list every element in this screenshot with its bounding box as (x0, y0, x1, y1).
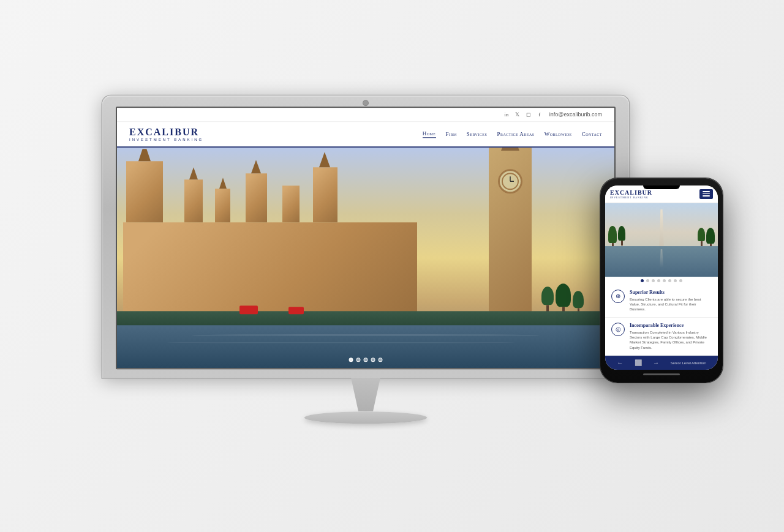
mid-tower-4 (282, 185, 300, 222)
red-bus-2 (288, 307, 304, 314)
superior-results-icon: ⊕ (611, 290, 625, 303)
mid-tower-3 (246, 173, 267, 222)
email-address: info@excaliburib.com (549, 111, 602, 118)
social-icons: in 𝕏 ◻ f (503, 111, 543, 118)
phone-dot-5[interactable] (663, 279, 666, 282)
hero-slide-indicators (349, 358, 383, 362)
incomparable-experience-text: Incomparable Experience Transaction Comp… (630, 323, 712, 351)
scene: in 𝕏 ◻ f info@excaliburib.com EXCALIBUR … (0, 0, 784, 532)
hamburger-line-2 (703, 193, 710, 195)
phone-feature-2: ◎ Incomparable Experience Transaction Co… (605, 318, 718, 356)
site-navbar: EXCALIBUR INVESTMENT BANKING Home Firm S… (117, 122, 614, 148)
monitor-frame: in 𝕏 ◻ f info@excaliburib.com EXCALIBUR … (102, 96, 629, 378)
nav-firm[interactable]: Firm (446, 131, 457, 137)
nav-worldwide[interactable]: Worldwide (545, 131, 572, 137)
phone-dot-1[interactable] (641, 279, 644, 282)
phone-menu-button[interactable] (699, 189, 713, 199)
phone-dot-4[interactable] (657, 279, 660, 282)
monitor-stand-neck (341, 378, 390, 411)
phone-carousel-dots (605, 277, 718, 285)
phone-screen: EXCALIBUR INVESTMENT BANKING (605, 185, 718, 370)
parliament-main (123, 222, 417, 314)
superior-results-desc: Ensuring Clients are able to secure the … (630, 297, 712, 312)
phone-home-indicator (643, 373, 680, 375)
phone-logo-text: EXCALIBUR (610, 189, 652, 196)
hamburger-icon (703, 191, 710, 197)
phone-notch (643, 185, 680, 189)
mid-tower-5 (313, 167, 337, 222)
phone-dot-6[interactable] (668, 279, 671, 282)
monitor-screen: in 𝕏 ◻ f info@excaliburib.com EXCALIBUR … (116, 107, 616, 369)
site-logo: EXCALIBUR INVESTMENT BANKING (129, 127, 203, 141)
instagram-icon[interactable]: ◻ (525, 111, 532, 118)
monument-reflection (660, 249, 663, 268)
site-topbar: in 𝕏 ◻ f info@excaliburib.com (117, 108, 614, 122)
phone-logo: EXCALIBUR INVESTMENT BANKING (610, 189, 652, 199)
desktop-monitor: in 𝕏 ◻ f info@excaliburib.com EXCALIBUR … (102, 96, 629, 424)
phone-logo-sub: INVESTMENT BANKING (610, 196, 652, 199)
mid-spire-5 (319, 152, 330, 167)
slide-dot-2[interactable] (356, 358, 361, 362)
phone-dot-3[interactable] (652, 279, 655, 282)
phone-feature-1: ⊕ Superior Results Ensuring Clients are … (605, 285, 718, 318)
nav-services[interactable]: Services (467, 131, 488, 137)
nav-contact[interactable]: Contact (582, 131, 602, 137)
superior-results-text: Superior Results Ensuring Clients are ab… (630, 290, 712, 312)
superior-results-title: Superior Results (630, 290, 712, 295)
incomparable-experience-icon: ◎ (611, 323, 625, 336)
website-desktop: in 𝕏 ◻ f info@excaliburib.com EXCALIBUR … (117, 108, 614, 368)
monitor-stand-base (304, 411, 427, 424)
victoria-spire (138, 149, 151, 161)
slide-dot-3[interactable] (364, 358, 368, 362)
mid-tower-2 (215, 189, 230, 222)
forward-arrow-icon[interactable]: → (653, 359, 659, 366)
mid-tower-1 (184, 179, 203, 222)
phone-dot-2[interactable] (646, 279, 649, 282)
slide-dot-5[interactable] (379, 358, 383, 362)
linkedin-icon[interactable]: in (503, 111, 510, 118)
logo-text: EXCALIBUR (129, 127, 203, 138)
phone-frame: EXCALIBUR INVESTMENT BANKING (600, 178, 723, 383)
bottom-bar-label: Senior Level Attention (670, 361, 706, 365)
site-navigation: Home Firm Services Practice Areas Worldw… (423, 130, 602, 138)
mid-spire-3 (251, 160, 261, 173)
hamburger-line-1 (703, 191, 710, 192)
nav-practice-areas[interactable]: Practice Areas (497, 131, 534, 137)
phone-hero (605, 203, 718, 277)
logo-sub: INVESTMENT BANKING (129, 138, 203, 141)
incomparable-experience-title: Incomparable Experience (630, 323, 712, 328)
mid-spire-2 (219, 178, 227, 189)
incomparable-experience-desc: Transaction Completed in Various Industr… (630, 330, 712, 351)
facebook-icon[interactable]: f (536, 111, 543, 118)
big-ben-clock (498, 169, 522, 193)
big-ben-tower (489, 148, 532, 316)
trees (541, 283, 584, 314)
victoria-tower (126, 161, 163, 222)
twitter-icon[interactable]: 𝕏 (514, 111, 521, 118)
mobile-phone: EXCALIBUR INVESTMENT BANKING (600, 178, 723, 383)
hamburger-line-3 (703, 195, 710, 197)
bridge (117, 311, 614, 326)
home-icon[interactable]: ⬜ (635, 359, 642, 366)
site-hero (117, 148, 614, 368)
red-bus-1 (239, 305, 258, 314)
big-ben-spire (501, 148, 519, 151)
phone-water (605, 246, 718, 277)
mid-spire-1 (189, 167, 198, 179)
slide-dot-4[interactable] (371, 358, 375, 362)
nav-home[interactable]: Home (423, 130, 436, 138)
slide-dot-1[interactable] (349, 358, 353, 362)
phone-dot-8[interactable] (679, 279, 682, 282)
phone-dot-7[interactable] (674, 279, 677, 282)
phone-bottom-bar: ← ⬜ → Senior Level Attention (605, 356, 718, 370)
back-arrow-icon[interactable]: ← (617, 359, 623, 366)
